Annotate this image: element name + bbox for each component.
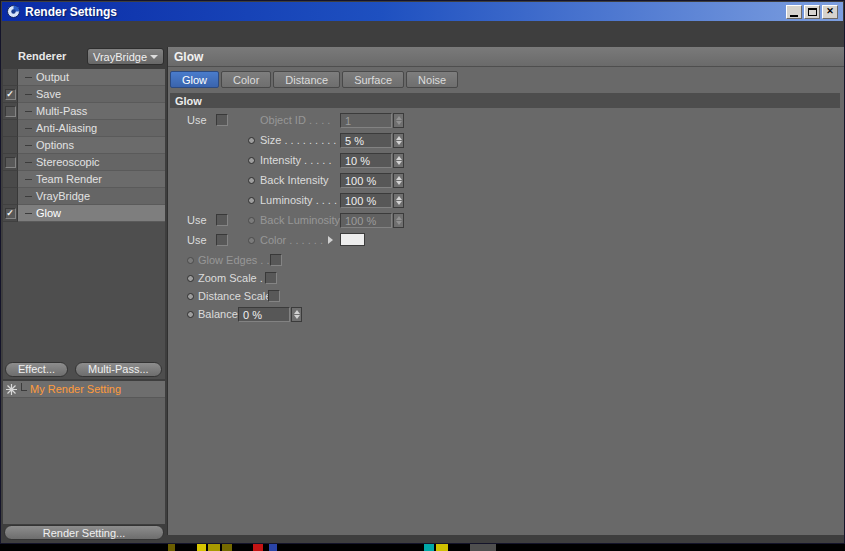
back-intensity-input[interactable]: 100 % [340,173,392,188]
screen: Render Settings ✕ Renderer VrayBridge Ou… [0,0,845,551]
enable-gutter: ✓ [3,86,18,103]
minimize-button[interactable] [786,5,802,19]
distance-scale-checkbox[interactable] [268,290,280,302]
sidebar-item-label: Save [36,88,61,100]
zoom-scale-label: Zoom Scale . . [198,272,269,284]
renderer-row: Renderer VrayBridge [3,47,165,67]
balance-input[interactable]: 0 % [238,307,290,322]
sidebar-item-label: VrayBridge [36,190,90,202]
animation-dot-icon[interactable] [187,275,194,282]
tree-connector [25,196,32,197]
object-id-input[interactable]: 1 [340,113,392,128]
animation-dot-icon [248,217,255,224]
sidebar-item-label: Team Render [36,173,102,185]
render-setting-button[interactable]: Render Setting... [4,525,164,540]
my-render-setting-label: My Render Setting [30,383,121,395]
desktop-fragment [168,544,175,551]
luminosity-label: Luminosity . . . . [260,194,337,206]
animation-dot-icon[interactable] [248,137,255,144]
panel-title: Glow [168,47,844,67]
my-render-setting-item[interactable]: My Render Setting [3,381,165,398]
render-settings-tree: Output ✓ Save Multi-Pass Anti-Aliasing O… [3,69,165,359]
tab-glow[interactable]: Glow [170,71,219,88]
renderer-label: Renderer [18,50,66,62]
tree-elbow-connector [21,383,27,391]
intensity-label: Intensity . . . . . [260,154,332,166]
multi-pass-button[interactable]: Multi-Pass... [75,362,162,377]
animation-dot-icon[interactable] [248,177,255,184]
sidebar-item-save[interactable]: ✓ Save [3,86,165,103]
render-settings-window: Render Settings ✕ Renderer VrayBridge Ou… [0,0,845,544]
param-row-balance: Balance 0 % [168,305,844,325]
glow-edges-checkbox[interactable] [270,254,282,266]
sidebar-item-glow[interactable]: ✓ Glow [3,205,165,222]
color-swatch[interactable] [340,233,365,246]
checkmark-icon: ✓ [6,90,14,99]
stepper-down-icon [396,161,402,165]
tree-connector [25,162,32,163]
tab-color[interactable]: Color [221,71,271,88]
parameter-list: Use Object ID . . . . 1 Size . . . . . .… [168,111,844,325]
animation-dot-icon[interactable] [187,311,194,318]
tab-bar: Glow Color Distance Surface Noise [170,71,458,88]
use-back-luminosity-checkbox[interactable] [216,214,228,226]
titlebar[interactable]: Render Settings ✕ [2,2,843,21]
size-stepper[interactable] [393,133,404,148]
save-enable-checkbox[interactable]: ✓ [5,89,16,100]
enable-gutter [3,171,18,188]
enable-gutter [3,120,18,137]
desktop-fragment [470,544,496,551]
sidebar-item-vraybridge[interactable]: VrayBridge [3,188,165,205]
back-intensity-stepper[interactable] [393,173,404,188]
tab-surface[interactable]: Surface [342,71,404,88]
sidebar-item-multi-pass[interactable]: Multi-Pass [3,103,165,120]
luminosity-input[interactable]: 100 % [340,193,392,208]
stepper-down-icon [396,121,402,125]
animation-dot-icon[interactable] [248,197,255,204]
main-panel: Glow Glow Color Distance Surface Noise G… [167,47,844,535]
sidebar-item-team-render[interactable]: Team Render [3,171,165,188]
param-row-zoom-scale: Zoom Scale . . [168,269,844,287]
intensity-input[interactable]: 10 % [340,153,392,168]
stepper-up-icon [294,310,300,314]
effect-button[interactable]: Effect... [5,362,68,377]
animation-dot-icon[interactable] [248,157,255,164]
back-luminosity-stepper[interactable] [393,213,404,228]
desktop-fragment [269,544,277,551]
object-id-stepper[interactable] [393,113,404,128]
stereoscopic-enable-checkbox[interactable] [5,157,16,168]
use-color-checkbox[interactable] [216,234,228,246]
tab-distance[interactable]: Distance [273,71,340,88]
animation-dot-icon [248,237,255,244]
tree-connector [25,179,32,180]
stepper-up-icon [396,116,402,120]
tab-noise[interactable]: Noise [406,71,458,88]
expand-arrow-icon[interactable] [328,236,333,244]
distance-scale-label: Distance Scale [198,290,271,302]
sidebar-item-anti-aliasing[interactable]: Anti-Aliasing [3,120,165,137]
sidebar-item-stereoscopic[interactable]: Stereoscopic [3,154,165,171]
sidebar-item-options[interactable]: Options [3,137,165,154]
use-object-id-checkbox[interactable] [216,114,228,126]
chevron-down-icon [150,55,158,59]
multi-pass-enable-checkbox[interactable] [5,106,16,117]
maximize-button[interactable] [804,5,820,19]
size-input[interactable]: 5 % [340,133,392,148]
balance-label: Balance [198,308,238,320]
render-setting-icon [5,383,18,396]
intensity-stepper[interactable] [393,153,404,168]
stepper-up-icon [396,216,402,220]
glow-enable-checkbox[interactable]: ✓ [5,208,16,219]
back-luminosity-input[interactable]: 100 % [340,213,392,228]
close-button[interactable]: ✕ [822,5,838,19]
animation-dot-icon[interactable] [187,293,194,300]
enable-gutter: ✓ [3,205,18,222]
renderer-dropdown[interactable]: VrayBridge [87,48,164,65]
sidebar-item-output[interactable]: Output [3,69,165,86]
zoom-scale-checkbox[interactable] [265,272,277,284]
use-label: Use [187,234,207,246]
window-title: Render Settings [25,5,117,19]
back-intensity-label: Back Intensity [260,174,328,186]
balance-stepper[interactable] [291,307,302,322]
luminosity-stepper[interactable] [393,193,404,208]
